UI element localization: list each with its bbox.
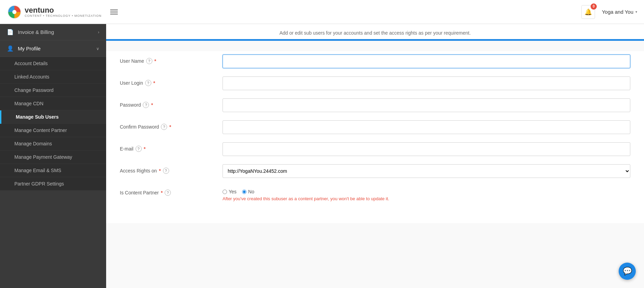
sub-item-wrapper-manage-cdn: Manage CDN — [0, 97, 106, 110]
sub-item-wrapper-manage-domains: Manage Domains — [0, 137, 106, 151]
account-details-label: Account Details — [14, 61, 48, 66]
my-profile-left: 👤 My Profile — [7, 45, 41, 52]
manage-cdn-label: Manage CDN — [14, 101, 43, 106]
person-icon: 👤 — [7, 45, 14, 52]
content-partner-no-label[interactable]: No — [242, 189, 254, 194]
logo-tagline: CONTENT • TECHNOLOGY • MONETIZATION — [25, 14, 102, 17]
sub-item-wrapper-partner-gdpr: Partner GDPR Settings — [0, 177, 106, 191]
sub-item-wrapper-linked-accounts: Linked Accounts — [0, 70, 106, 84]
sidebar-item-manage-domains[interactable]: Manage Domains — [0, 137, 106, 151]
active-bar — [0, 110, 1, 124]
svg-point-1 — [12, 10, 16, 14]
sidebar-item-linked-accounts[interactable]: Linked Accounts — [0, 70, 106, 84]
hamburger-menu[interactable] — [109, 8, 119, 16]
user-menu-chevron: ▾ — [635, 10, 637, 14]
password-input[interactable] — [223, 98, 630, 112]
sidebar-item-manage-cdn[interactable]: Manage CDN — [0, 97, 106, 110]
blue-bar — [106, 39, 644, 41]
my-profile-chevron: ∨ — [96, 46, 99, 51]
invoice-billing-chevron: › — [98, 30, 99, 35]
confirm-password-input[interactable] — [223, 120, 630, 134]
form-row-userlogin: User Login ? * — [120, 76, 630, 90]
access-rights-required: * — [159, 168, 161, 173]
content-partner-help-icon[interactable]: ? — [165, 190, 171, 196]
confirm-password-help-icon[interactable]: ? — [161, 124, 167, 130]
bell-icon: 🔔 — [584, 8, 592, 16]
header-left: ventuno CONTENT • TECHNOLOGY • MONETIZAT… — [7, 4, 119, 20]
content-partner-label: Is Content Partner * ? — [120, 186, 216, 196]
sub-item-wrapper-change-password: Change Password — [0, 84, 106, 97]
sub-item-wrapper-manage-sub-users: Manage Sub Users — [0, 110, 106, 124]
form-row-password: Password ? * — [120, 98, 630, 112]
change-password-label: Change Password — [14, 87, 53, 93]
notification-button[interactable]: 🔔 0 — [581, 5, 595, 19]
my-profile-label: My Profile — [18, 46, 41, 51]
sidebar-item-partner-gdpr[interactable]: Partner GDPR Settings — [0, 177, 106, 191]
chat-icon: 💬 — [623, 267, 632, 276]
content-partner-radio-group: Yes No — [223, 186, 630, 194]
confirm-password-label: Confirm Password ? * — [120, 120, 216, 130]
manage-payment-gateway-label: Manage Payment Gateway — [14, 154, 72, 160]
sidebar-item-manage-payment-gateway[interactable]: Manage Payment Gateway — [0, 151, 106, 164]
username-help-icon[interactable]: ? — [146, 58, 152, 64]
userlogin-label: User Login ? * — [120, 76, 216, 86]
sidebar-item-manage-content-partner[interactable]: Manage Content Partner — [0, 124, 106, 137]
logo-name: ventuno — [25, 7, 102, 14]
access-rights-help-icon[interactable]: ? — [163, 168, 169, 174]
userlogin-input[interactable] — [223, 76, 630, 90]
manage-sub-users-label: Manage Sub Users — [16, 114, 59, 120]
sidebar-item-manage-email-sms[interactable]: Manage Email & SMS — [0, 164, 106, 177]
header: ventuno CONTENT • TECHNOLOGY • MONETIZAT… — [0, 0, 644, 24]
username-input[interactable] — [223, 55, 630, 68]
username-required: * — [154, 58, 156, 64]
password-label: Password ? * — [120, 98, 216, 108]
manage-content-partner-label: Manage Content Partner — [14, 128, 67, 133]
email-help-icon[interactable]: ? — [136, 146, 142, 152]
form-row-confirm-password: Confirm Password ? * — [120, 120, 630, 134]
sub-item-wrapper-manage-payment-gateway: Manage Payment Gateway — [0, 151, 106, 164]
sidebar-item-invoice-billing[interactable]: 📄 Invoice & Billing › — [0, 24, 106, 40]
sidebar-sub-menu: Account Details Linked Accounts Change P… — [0, 57, 106, 191]
email-label: E-mail ? * — [120, 142, 216, 152]
content-partner-field-col: Yes No After you've created this subuser… — [223, 186, 630, 201]
access-rights-label: Access Rights on * ? — [120, 164, 216, 174]
sidebar-item-account-details[interactable]: Account Details — [0, 57, 106, 70]
sidebar-item-change-password[interactable]: Change Password — [0, 84, 106, 97]
sidebar-item-manage-sub-users[interactable]: Manage Sub Users — [0, 110, 106, 124]
email-input[interactable] — [223, 142, 630, 156]
content-partner-yes-radio[interactable] — [223, 190, 227, 194]
sub-item-wrapper-manage-content-partner: Manage Content Partner — [0, 124, 106, 137]
form-row-username: User Name ? * — [120, 55, 630, 68]
user-menu[interactable]: Yoga and You ▾ — [602, 9, 637, 15]
userlogin-help-icon[interactable]: ? — [145, 80, 151, 86]
content-partner-required: * — [161, 190, 163, 195]
document-icon: 📄 — [7, 29, 14, 35]
chat-button[interactable]: 💬 — [619, 263, 636, 280]
confirm-password-required: * — [169, 124, 171, 130]
form-container: User Name ? * User Login ? * Password — [106, 51, 644, 223]
sidebar-item-my-profile[interactable]: 👤 My Profile ∨ — [0, 40, 106, 57]
content-partner-yes-label[interactable]: Yes — [223, 189, 237, 194]
manage-email-sms-label: Manage Email & SMS — [14, 168, 61, 173]
logo-text: ventuno CONTENT • TECHNOLOGY • MONETIZAT… — [25, 7, 102, 17]
logo: ventuno CONTENT • TECHNOLOGY • MONETIZAT… — [7, 4, 102, 20]
logo-icon — [7, 4, 22, 20]
password-help-icon[interactable]: ? — [143, 102, 149, 108]
form-row-access-rights: Access Rights on * ? http://YogaNYou.244… — [120, 164, 630, 178]
form-row-content-partner: Is Content Partner * ? Yes No — [120, 186, 630, 201]
header-right: 🔔 0 Yoga and You ▾ — [581, 5, 637, 19]
invoice-billing-label: Invoice & Billing — [18, 29, 54, 35]
partner-gdpr-label: Partner GDPR Settings — [14, 181, 64, 187]
layout: 📄 Invoice & Billing › 👤 My Profile ∨ Acc… — [0, 24, 644, 288]
sidebar: 📄 Invoice & Billing › 👤 My Profile ∨ Acc… — [0, 24, 106, 288]
user-name: Yoga and You — [602, 9, 633, 15]
username-label: User Name ? * — [120, 55, 216, 64]
access-rights-select[interactable]: http://YogaNYou.24452.com — [223, 164, 630, 178]
sub-item-wrapper-account-details: Account Details — [0, 57, 106, 70]
notification-badge: 0 — [591, 3, 597, 10]
email-required: * — [144, 146, 146, 152]
content-partner-no-radio[interactable] — [242, 190, 247, 194]
sub-item-wrapper-manage-email-sms: Manage Email & SMS — [0, 164, 106, 177]
linked-accounts-label: Linked Accounts — [14, 74, 49, 80]
password-required: * — [151, 102, 153, 108]
